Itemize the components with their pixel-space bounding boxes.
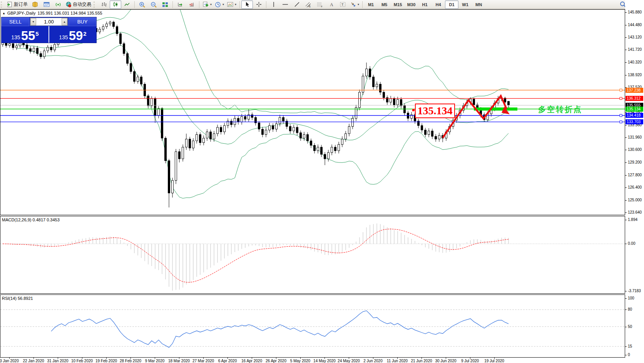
one-click-trade-panel: SELL ▼ 1.00 ▲ BUY 135 55 5 135 59 2 xyxy=(1,17,97,43)
horizontal-line-button[interactable] xyxy=(279,0,291,9)
toolbar-separator xyxy=(134,1,135,8)
main-toolbar: 新订单 自动交易 xyxy=(0,0,644,9)
tf-m1-button[interactable]: M1 xyxy=(364,0,378,9)
autotrade-label: 自动交易 xyxy=(73,1,91,8)
sell-button[interactable]: SELL xyxy=(2,17,29,26)
sell-price-sup: 5 xyxy=(35,30,38,37)
periods-clock-button[interactable]: ▾ xyxy=(213,0,226,9)
volume-decrease-button[interactable]: ▼ xyxy=(30,18,36,25)
date-tick-label: 28 Feb 2020 xyxy=(120,359,141,363)
zone-annotation-text[interactable]: 多空转折点 xyxy=(538,104,582,115)
chevron-down-icon: ▾ xyxy=(222,3,224,6)
date-tick-label: 16 Apr 2020 xyxy=(241,359,262,363)
chart-symbol-title: ▲ GBPJPY-,Daily 135.991 136.031 134.984 … xyxy=(2,11,102,15)
macd-pane[interactable] xyxy=(0,216,625,294)
buy-price-big: 59 xyxy=(69,30,83,42)
collapse-triangle-icon[interactable]: ▲ xyxy=(2,12,5,15)
tf-w1-button[interactable]: W1 xyxy=(458,0,472,9)
templates-button[interactable]: ▾ xyxy=(226,0,238,9)
toolbar-separator xyxy=(266,1,266,8)
toolbar-separator xyxy=(239,1,240,8)
date-tick-label: 2 Jun 2020 xyxy=(363,359,383,363)
price-annotation-box[interactable]: 135.134 xyxy=(415,104,455,118)
channel-button[interactable]: E xyxy=(303,0,314,9)
price-line-badge: 134.418 xyxy=(626,113,643,118)
buy-price-display[interactable]: 135 59 2 xyxy=(49,26,96,43)
crosshair-icon xyxy=(256,2,262,7)
date-tick-label: 18 Mar 2020 xyxy=(168,359,190,363)
chevron-down-icon: ▾ xyxy=(235,3,236,6)
autotrade-icon xyxy=(65,2,72,7)
trendline-button[interactable] xyxy=(291,0,303,9)
date-tick-label: 3 Jan 2020 xyxy=(0,359,19,363)
vertical-line-icon xyxy=(271,2,276,7)
bar-chart-type-button[interactable] xyxy=(98,0,110,9)
tf-m5-button[interactable]: M5 xyxy=(378,0,391,9)
text-button[interactable]: A xyxy=(326,0,337,9)
tf-h4-button[interactable]: H4 xyxy=(432,0,445,9)
book-icon xyxy=(32,2,38,7)
signals-button[interactable] xyxy=(52,0,64,9)
toolbar-grip[interactable] xyxy=(94,2,97,8)
date-tick-label: 14 May 2020 xyxy=(313,359,336,363)
history-book-button[interactable] xyxy=(29,0,41,9)
buy-button[interactable]: BUY xyxy=(69,17,96,26)
chart-window-button[interactable] xyxy=(41,0,52,9)
volume-value[interactable]: 1.00 xyxy=(36,18,62,25)
candles-chart-icon xyxy=(112,2,119,7)
crosshair-button[interactable] xyxy=(253,0,264,9)
date-tick-label: 10 Feb 2020 xyxy=(71,359,93,363)
date-tick-label: 9 Jul 2020 xyxy=(461,359,479,363)
sell-price-display[interactable]: 135 55 5 xyxy=(2,26,49,43)
tf-m30-button[interactable]: M30 xyxy=(405,0,418,9)
fibonacci-button[interactable]: F xyxy=(314,0,326,9)
zoom-in-button[interactable] xyxy=(136,0,148,9)
shapes-button[interactable]: ▾ xyxy=(349,0,361,9)
tf-m15-button[interactable]: M15 xyxy=(391,0,405,9)
tf-d1-button[interactable]: D1 xyxy=(445,0,458,9)
chart-window-icon xyxy=(43,2,50,7)
sell-price-main: 135 xyxy=(11,34,20,40)
svg-text:F: F xyxy=(321,5,323,8)
label-button[interactable]: T xyxy=(337,0,349,9)
indicators-button[interactable]: ▾ xyxy=(201,0,213,9)
date-tick-label: 9 Mar 2020 xyxy=(145,359,165,363)
auto-scroll-icon xyxy=(177,2,183,7)
horizontal-line-icon xyxy=(282,2,288,7)
line-chart-type-button[interactable] xyxy=(121,0,133,9)
add-indicator-icon xyxy=(202,2,209,8)
price-axis[interactable]: 145.880144.480143.120141.720140.320138.9… xyxy=(625,0,644,363)
tile-windows-button[interactable] xyxy=(159,0,171,9)
tf-h1-button[interactable]: H1 xyxy=(418,0,432,9)
channel-icon: E xyxy=(305,2,311,8)
rsi-canvas[interactable] xyxy=(0,295,625,357)
candle-chart-type-button[interactable] xyxy=(110,0,121,9)
date-axis[interactable]: 3 Jan 202022 Jan 202031 Jan 202010 Feb 2… xyxy=(0,358,625,363)
date-tick-label: 22 Jan 2020 xyxy=(23,359,44,363)
date-tick-label: 26 Apr 2020 xyxy=(266,359,286,363)
date-tick-label: 31 Jan 2020 xyxy=(47,359,68,363)
cursor-button[interactable] xyxy=(241,0,253,9)
vertical-line-button[interactable] xyxy=(268,0,279,9)
clock-icon xyxy=(215,2,221,8)
tf-mn-button[interactable]: MN xyxy=(472,0,485,9)
price-line-badge: 137.238 xyxy=(626,88,643,93)
autotrade-button[interactable]: 自动交易 xyxy=(64,0,93,9)
cursor-arrow-icon xyxy=(244,2,250,7)
annotation-handle[interactable] xyxy=(412,109,415,111)
rsi-pane[interactable] xyxy=(0,294,625,358)
macd-canvas[interactable] xyxy=(0,216,625,293)
new-order-button[interactable]: 新订单 xyxy=(5,0,29,9)
new-order-label: 新订单 xyxy=(14,1,28,8)
template-chart-icon xyxy=(227,2,233,7)
volume-increase-button[interactable]: ▲ xyxy=(62,18,67,25)
chart-shift-button[interactable] xyxy=(186,0,197,9)
macd-label: MACD(12,26,9) 0.4817 0.3453 xyxy=(2,217,60,222)
auto-scroll-button[interactable] xyxy=(174,0,186,9)
symbol-name: GBPJPY-,Daily xyxy=(7,11,36,15)
price-line-badge: 135.134 xyxy=(626,107,643,112)
toolbar-grip[interactable] xyxy=(1,2,5,8)
zoom-out-button[interactable] xyxy=(148,0,159,9)
chart-shift-icon xyxy=(189,2,195,7)
bars-chart-icon xyxy=(101,2,107,7)
